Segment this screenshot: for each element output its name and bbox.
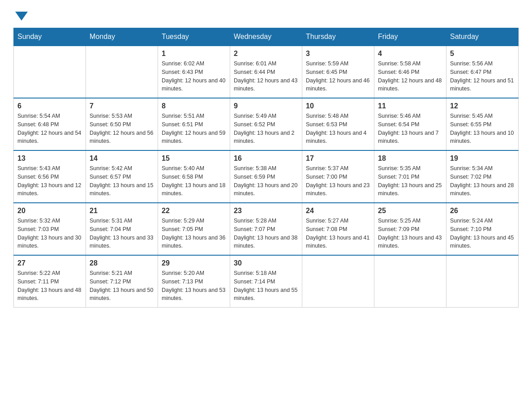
daylight-text: Daylight: 13 hours and 4 minutes. bbox=[306, 129, 370, 146]
sunrise-text: Sunrise: 5:22 AM bbox=[17, 269, 82, 278]
day-info: Sunrise: 5:37 AMSunset: 7:00 PMDaylight:… bbox=[306, 164, 370, 198]
day-number: 12 bbox=[450, 102, 515, 110]
day-number: 27 bbox=[17, 259, 82, 267]
day-number: 28 bbox=[90, 259, 154, 267]
calendar-cell: 24Sunrise: 5:27 AMSunset: 7:08 PMDayligh… bbox=[302, 203, 374, 255]
day-info: Sunrise: 5:25 AMSunset: 7:09 PMDaylight:… bbox=[378, 217, 442, 250]
calendar-cell: 4Sunrise: 5:58 AMSunset: 6:46 PMDaylight… bbox=[374, 46, 446, 98]
sunset-text: Sunset: 7:09 PM bbox=[378, 225, 442, 234]
calendar-cell: 14Sunrise: 5:42 AMSunset: 6:57 PMDayligh… bbox=[86, 150, 158, 203]
calendar-cell: 12Sunrise: 5:45 AMSunset: 6:55 PMDayligh… bbox=[446, 98, 519, 150]
sunrise-text: Sunrise: 5:43 AM bbox=[17, 164, 82, 173]
sunset-text: Sunset: 7:01 PM bbox=[378, 173, 442, 181]
day-info: Sunrise: 6:01 AMSunset: 6:44 PMDaylight:… bbox=[234, 60, 298, 93]
calendar-cell: 17Sunrise: 5:37 AMSunset: 7:00 PMDayligh… bbox=[302, 150, 374, 203]
sunrise-text: Sunrise: 5:46 AM bbox=[378, 112, 442, 120]
calendar-cell: 22Sunrise: 5:29 AMSunset: 7:05 PMDayligh… bbox=[158, 203, 230, 255]
day-number: 20 bbox=[17, 207, 82, 215]
calendar-cell: 8Sunrise: 5:51 AMSunset: 6:51 PMDaylight… bbox=[158, 98, 230, 150]
sunrise-text: Sunrise: 5:24 AM bbox=[450, 217, 515, 225]
day-number: 19 bbox=[450, 154, 515, 163]
day-info: Sunrise: 5:51 AMSunset: 6:51 PMDaylight:… bbox=[162, 112, 226, 146]
sunset-text: Sunset: 7:14 PM bbox=[234, 278, 298, 286]
sunset-text: Sunset: 7:03 PM bbox=[17, 225, 82, 234]
day-info: Sunrise: 5:35 AMSunset: 7:01 PMDaylight:… bbox=[378, 164, 442, 198]
sunset-text: Sunset: 7:11 PM bbox=[17, 278, 82, 286]
sunrise-text: Sunrise: 5:35 AM bbox=[378, 164, 442, 173]
sunset-text: Sunset: 6:45 PM bbox=[306, 68, 370, 77]
sunrise-text: Sunrise: 5:54 AM bbox=[17, 112, 82, 120]
day-info: Sunrise: 5:40 AMSunset: 6:58 PMDaylight:… bbox=[162, 164, 226, 198]
daylight-text: Daylight: 13 hours and 25 minutes. bbox=[378, 181, 442, 198]
calendar-cell: 2Sunrise: 6:01 AMSunset: 6:44 PMDaylight… bbox=[230, 46, 302, 98]
sunset-text: Sunset: 6:46 PM bbox=[378, 68, 442, 77]
sunrise-text: Sunrise: 5:40 AM bbox=[162, 164, 226, 173]
calendar-cell: 15Sunrise: 5:40 AMSunset: 6:58 PMDayligh… bbox=[158, 150, 230, 203]
sunset-text: Sunset: 7:13 PM bbox=[162, 278, 226, 286]
day-number: 10 bbox=[306, 102, 370, 110]
calendar-cell: 9Sunrise: 5:49 AMSunset: 6:52 PMDaylight… bbox=[230, 98, 302, 150]
calendar-table: SundayMondayTuesdayWednesdayThursdayFrid… bbox=[13, 28, 519, 308]
sunset-text: Sunset: 6:54 PM bbox=[378, 120, 442, 129]
day-number: 11 bbox=[378, 102, 442, 110]
calendar-cell: 25Sunrise: 5:25 AMSunset: 7:09 PMDayligh… bbox=[374, 203, 446, 255]
day-number: 22 bbox=[162, 207, 226, 215]
sunset-text: Sunset: 7:04 PM bbox=[90, 225, 154, 234]
daylight-text: Daylight: 12 hours and 54 minutes. bbox=[17, 129, 82, 146]
sunrise-text: Sunrise: 5:48 AM bbox=[306, 112, 370, 120]
daylight-text: Daylight: 12 hours and 59 minutes. bbox=[162, 129, 226, 146]
sunset-text: Sunset: 6:56 PM bbox=[17, 173, 82, 181]
day-info: Sunrise: 5:32 AMSunset: 7:03 PMDaylight:… bbox=[17, 217, 82, 250]
calendar-cell: 7Sunrise: 5:53 AMSunset: 6:50 PMDaylight… bbox=[86, 98, 158, 150]
daylight-text: Daylight: 12 hours and 46 minutes. bbox=[306, 77, 370, 94]
calendar-header-row: SundayMondayTuesdayWednesdayThursdayFrid… bbox=[14, 28, 519, 46]
sunrise-text: Sunrise: 5:32 AM bbox=[17, 217, 82, 225]
day-number: 3 bbox=[306, 50, 370, 58]
day-number: 29 bbox=[162, 259, 226, 267]
sunset-text: Sunset: 6:58 PM bbox=[162, 173, 226, 181]
daylight-text: Daylight: 13 hours and 43 minutes. bbox=[378, 234, 442, 251]
sunset-text: Sunset: 6:47 PM bbox=[450, 68, 515, 77]
day-info: Sunrise: 5:53 AMSunset: 6:50 PMDaylight:… bbox=[90, 112, 154, 146]
day-info: Sunrise: 5:22 AMSunset: 7:11 PMDaylight:… bbox=[17, 269, 82, 303]
calendar-cell bbox=[302, 255, 374, 308]
day-info: Sunrise: 6:02 AMSunset: 6:43 PMDaylight:… bbox=[162, 60, 226, 93]
weekday-header-monday: Monday bbox=[86, 28, 158, 46]
sunrise-text: Sunrise: 5:42 AM bbox=[90, 164, 154, 173]
sunrise-text: Sunrise: 5:18 AM bbox=[234, 269, 298, 278]
daylight-text: Daylight: 13 hours and 23 minutes. bbox=[306, 181, 370, 198]
sunset-text: Sunset: 6:57 PM bbox=[90, 173, 154, 181]
sunset-text: Sunset: 6:52 PM bbox=[234, 120, 298, 129]
weekday-header-wednesday: Wednesday bbox=[230, 28, 302, 46]
calendar-week-row: 6Sunrise: 5:54 AMSunset: 6:48 PMDaylight… bbox=[14, 98, 519, 150]
day-info: Sunrise: 5:43 AMSunset: 6:56 PMDaylight:… bbox=[17, 164, 82, 198]
sunrise-text: Sunrise: 5:45 AM bbox=[450, 112, 515, 120]
calendar-week-row: 27Sunrise: 5:22 AMSunset: 7:11 PMDayligh… bbox=[14, 255, 519, 308]
daylight-text: Daylight: 13 hours and 41 minutes. bbox=[306, 234, 370, 251]
day-number: 25 bbox=[378, 207, 442, 215]
sunset-text: Sunset: 6:48 PM bbox=[17, 120, 82, 129]
day-info: Sunrise: 5:56 AMSunset: 6:47 PMDaylight:… bbox=[450, 60, 515, 93]
sunrise-text: Sunrise: 6:01 AM bbox=[234, 60, 298, 68]
calendar-week-row: 20Sunrise: 5:32 AMSunset: 7:03 PMDayligh… bbox=[14, 203, 519, 255]
sunrise-text: Sunrise: 5:37 AM bbox=[306, 164, 370, 173]
sunset-text: Sunset: 6:44 PM bbox=[234, 68, 298, 77]
day-info: Sunrise: 5:31 AMSunset: 7:04 PMDaylight:… bbox=[90, 217, 154, 250]
sunrise-text: Sunrise: 6:02 AM bbox=[162, 60, 226, 68]
weekday-header-friday: Friday bbox=[374, 28, 446, 46]
sunrise-text: Sunrise: 5:38 AM bbox=[234, 164, 298, 173]
calendar-cell: 5Sunrise: 5:56 AMSunset: 6:47 PMDaylight… bbox=[446, 46, 519, 98]
daylight-text: Daylight: 12 hours and 48 minutes. bbox=[378, 77, 442, 94]
sunrise-text: Sunrise: 5:20 AM bbox=[162, 269, 226, 278]
day-number: 21 bbox=[90, 207, 154, 215]
daylight-text: Daylight: 12 hours and 40 minutes. bbox=[162, 77, 226, 94]
weekday-header-sunday: Sunday bbox=[14, 28, 86, 46]
calendar-cell: 26Sunrise: 5:24 AMSunset: 7:10 PMDayligh… bbox=[446, 203, 519, 255]
sunrise-text: Sunrise: 5:27 AM bbox=[306, 217, 370, 225]
sunrise-text: Sunrise: 5:25 AM bbox=[378, 217, 442, 225]
calendar-week-row: 1Sunrise: 6:02 AMSunset: 6:43 PMDaylight… bbox=[14, 46, 519, 98]
calendar-cell: 21Sunrise: 5:31 AMSunset: 7:04 PMDayligh… bbox=[86, 203, 158, 255]
sunrise-text: Sunrise: 5:58 AM bbox=[378, 60, 442, 68]
daylight-text: Daylight: 13 hours and 33 minutes. bbox=[90, 234, 154, 251]
sunset-text: Sunset: 7:10 PM bbox=[450, 225, 515, 234]
